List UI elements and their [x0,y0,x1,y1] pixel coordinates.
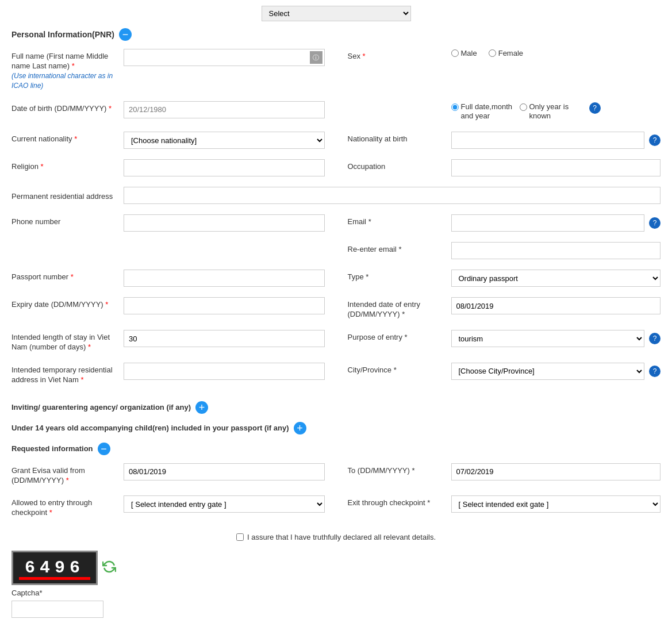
grant-from-label: Grant Evisa valid from (DD/MM/YYYY) * [11,463,124,486]
entry-gate-label: Allowed to entry through checkpoint * [11,495,124,518]
city-province-help-icon[interactable]: ? [649,366,661,377]
type-wrapper: Ordinary passport Diplomatic passport Of… [451,270,661,287]
purpose-help-icon[interactable]: ? [649,333,661,344]
exit-gate-wrapper: [ Select intended exit gate ] [451,495,661,513]
inviting-section-header: Inviting/ guarentering agency/ organizat… [11,401,661,414]
phone-label: Phone number [11,214,124,227]
dob-options-group: Full date,month and year Only year is kn… [451,102,581,122]
male-option[interactable]: Male [451,49,477,57]
exit-gate-label: Exit through checkpoint * [348,495,451,508]
nationality-birth-input[interactable] [451,132,645,149]
nationality-birth-wrapper: ? [451,132,661,149]
current-nationality-label: Current nationality * [11,132,124,144]
occupation-label: Occupation [348,159,451,172]
captcha-input[interactable] [11,601,103,618]
re-enter-email-wrapper [451,242,661,259]
sex-label: Sex * [348,49,451,61]
captcha-area: 6496 Captcha* [11,551,661,618]
male-radio[interactable] [451,49,459,57]
captcha-input-wrapper [11,601,661,618]
full-date-radio[interactable] [451,103,459,111]
type-label: Type * [348,270,451,282]
occupation-input[interactable] [451,159,661,176]
city-province-label: City/Province * [348,363,451,375]
only-year-option[interactable]: Only year is known [520,102,581,122]
passport-number-input[interactable] [124,270,325,287]
phone-wrapper [124,214,325,232]
captcha-image: 6496 [11,551,98,585]
temp-address-label: Intended temporary residential address i… [11,363,124,385]
grant-from-wrapper [124,463,325,480]
temp-address-wrapper [124,363,325,380]
personal-info-title: Personal Information(PNR) [11,30,114,39]
dob-label: Date of birth (DD/MM/YYYY) * [11,101,124,114]
personal-info-section: Personal Information(PNR) − [11,28,661,41]
female-radio[interactable] [489,49,496,57]
expand-inviting[interactable]: + [195,401,208,414]
stay-length-label: Intended length of stay in Viet Nam (num… [11,330,124,352]
occupation-wrapper [451,159,661,176]
permanent-address-row: Permanent residential address [11,184,661,206]
exit-gate-select[interactable]: [ Select intended exit gate ] [451,495,661,513]
collapse-personal-info[interactable]: − [119,28,132,41]
assurance-label: I assure that I have truthfully declared… [247,533,436,541]
current-nationality-select[interactable]: [Choose nationality] [124,132,325,149]
intended-date-wrapper [451,297,661,314]
purpose-label: Purpose of entry * [348,330,451,343]
to-input[interactable] [451,463,661,480]
assurance-row: I assure that I have truthfully declared… [11,533,661,541]
requested-section-header: Requested information − [11,443,661,455]
re-enter-email-label: Re-enter email * [348,242,451,255]
under14-title: Under 14 years old accompanying child(re… [11,424,289,432]
top-select[interactable]: Select [262,6,411,21]
full-date-option[interactable]: Full date,month and year [451,102,513,122]
dob-field-wrapper [124,101,325,118]
religion-input[interactable] [124,159,325,176]
passport-type-select[interactable]: Ordinary passport Diplomatic passport Of… [451,270,661,287]
under14-section-header: Under 14 years old accompanying child(re… [11,422,661,435]
intended-date-label: Intended date of entry (DD/MM/YYYY) * [348,297,451,320]
dob-option-label [348,102,451,105]
current-nationality-wrapper: [Choose nationality] [124,132,325,149]
permanent-address-label: Permanent residential address [11,189,124,202]
expand-under14[interactable]: + [294,422,306,435]
expiry-date-input[interactable] [124,297,325,314]
captcha-label: Captcha* [11,589,661,597]
dob-input[interactable] [124,101,325,118]
passport-number-label: Passport number * [11,270,124,282]
permanent-address-input[interactable] [124,187,661,204]
full-name-input[interactable] [124,49,325,66]
nationality-birth-label: Nationality at birth [348,132,451,144]
entry-gate-select[interactable]: [ Select intended entry gate ] [124,495,325,513]
grant-from-input[interactable] [124,463,325,480]
captcha-refresh-button[interactable] [102,560,116,576]
phone-input[interactable] [124,214,325,232]
email-label: Email * [348,214,451,227]
to-label: To (DD/MM/YYYY) * [348,463,451,476]
email-input[interactable] [451,214,645,232]
passport-number-wrapper [124,270,325,287]
only-year-radio[interactable] [520,103,527,111]
dob-help-icon[interactable]: ? [589,102,601,114]
religion-label: Religion * [11,159,124,172]
expiry-date-label: Expiry date (DD/MM/YYYY) * [11,297,124,310]
religion-wrapper [124,159,325,176]
stay-length-input[interactable] [124,330,325,347]
full-name-field-wrapper: ⓘ [124,49,325,66]
full-name-info-icon[interactable]: ⓘ [310,51,322,64]
city-province-select[interactable]: [Choose City/Province] [451,363,645,380]
female-option[interactable]: Female [489,49,523,57]
requested-title: Requested information [11,444,93,453]
stay-length-wrapper [124,330,325,347]
email-help-icon[interactable]: ? [649,217,661,229]
to-wrapper [451,463,661,480]
temp-address-input[interactable] [124,363,325,380]
nationality-birth-help-icon[interactable]: ? [649,134,661,146]
inviting-title: Inviting/ guarentering agency/ organizat… [11,403,191,412]
re-enter-email-input[interactable] [451,242,661,259]
entry-gate-wrapper: [ Select intended entry gate ] [124,495,325,513]
purpose-select[interactable]: tourism business other [451,330,645,347]
assurance-checkbox[interactable] [236,533,244,541]
intended-date-input[interactable] [451,297,661,314]
collapse-requested[interactable]: − [98,443,110,455]
